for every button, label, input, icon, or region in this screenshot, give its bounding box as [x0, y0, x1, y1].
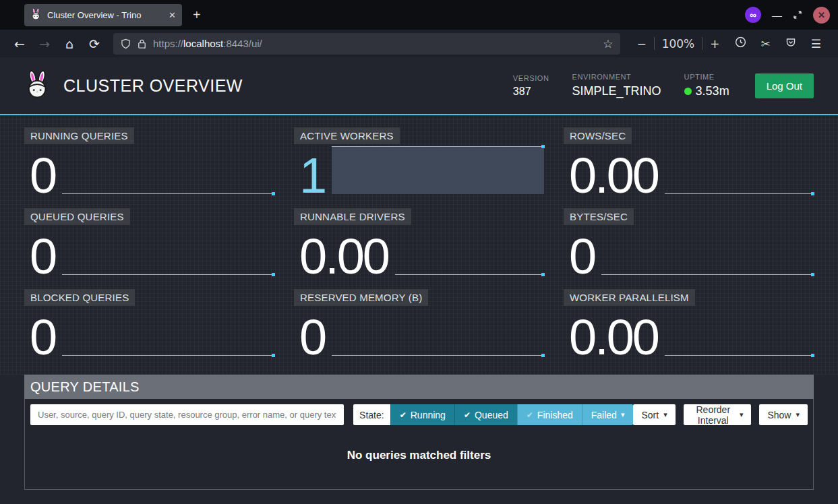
- tile-active-workers: ACTIVE WORKERS 1: [294, 127, 544, 202]
- reorder-interval-dropdown[interactable]: Reorder Interval ▾: [684, 404, 752, 425]
- tile-reserved-memory: RESERVED MEMORY (B) 0: [294, 289, 544, 364]
- tile-blocked-queries: BLOCKED QUERIES 0: [24, 289, 274, 364]
- state-filter-group: State: ✔ Running ✔ Queued ✔ Finished Fai…: [353, 404, 633, 425]
- tile-label: RESERVED MEMORY (B): [294, 289, 428, 306]
- version-value: 387: [513, 86, 549, 98]
- browser-tab[interactable]: Cluster Overview - Trino ✕: [24, 4, 182, 26]
- sparkline: [601, 274, 814, 275]
- logout-button[interactable]: Log Out: [755, 73, 814, 98]
- history-icon[interactable]: [727, 36, 754, 51]
- check-icon: ✔: [400, 410, 407, 420]
- back-button[interactable]: ←: [9, 36, 30, 51]
- bookmark-star-icon[interactable]: ☆: [603, 37, 613, 51]
- state-filter-finished[interactable]: ✔ Finished: [517, 404, 582, 425]
- uptime-value: 3.53m: [696, 84, 729, 98]
- tile-value: 0: [30, 311, 55, 364]
- home-button[interactable]: ⌂: [59, 36, 80, 51]
- tile-label: QUEUED QUERIES: [24, 208, 130, 225]
- caret-down-icon: ▾: [796, 410, 800, 419]
- tab-title: Cluster Overview - Trino: [47, 10, 163, 20]
- state-filter-label: State:: [353, 404, 390, 425]
- screenshot-icon[interactable]: ✂: [754, 37, 778, 51]
- reload-button[interactable]: ⟳: [84, 36, 104, 51]
- tile-runnable-drivers: RUNNABLE DRIVERS 0.00: [294, 208, 544, 283]
- zoom-out-button[interactable]: −: [629, 37, 653, 51]
- sparkline-filled: [332, 146, 544, 194]
- tile-value: 0: [30, 150, 55, 202]
- caret-down-icon: ▾: [663, 410, 667, 419]
- url-text: https://localhost:8443/ui/: [153, 38, 262, 49]
- version-stat: VERSION 387: [513, 74, 549, 98]
- query-filter-toolbar: State: ✔ Running ✔ Queued ✔ Finished Fai…: [25, 399, 813, 431]
- tile-label: RUNNABLE DRIVERS: [294, 208, 411, 225]
- sparkline: [395, 274, 544, 275]
- tile-label: WORKER PARALLELISM: [564, 289, 695, 306]
- show-dropdown[interactable]: Show ▾: [759, 404, 808, 425]
- state-filter-failed-dropdown[interactable]: Failed ▾: [582, 404, 634, 425]
- sparkline: [62, 274, 274, 275]
- tile-running-queries: RUNNING QUERIES 0: [24, 127, 274, 202]
- tile-value: 1: [299, 150, 325, 202]
- sort-dropdown[interactable]: Sort ▾: [633, 404, 675, 425]
- caret-down-icon: ▾: [621, 410, 625, 419]
- url-bar[interactable]: https://localhost:8443/ui/ ☆: [113, 33, 620, 55]
- tile-value: 0.00: [569, 150, 658, 202]
- trino-logo-icon: [24, 70, 51, 102]
- check-icon: ✔: [527, 410, 533, 420]
- query-search-input[interactable]: [30, 404, 344, 425]
- page-title: CLUSTER OVERVIEW: [63, 76, 243, 96]
- sparkline: [665, 193, 814, 194]
- browser-tab-bar: Cluster Overview - Trino ✕ + ∞ — ✕: [0, 0, 838, 30]
- tile-value: 0: [30, 230, 55, 283]
- forward-button[interactable]: →: [34, 36, 55, 51]
- window-minimize-button[interactable]: —: [772, 9, 782, 21]
- caret-down-icon: ▾: [740, 410, 744, 419]
- new-tab-button[interactable]: +: [193, 7, 201, 23]
- tile-value: 0: [569, 230, 595, 283]
- environment-stat: ENVIRONMENT SIMPLE_TRINO: [572, 73, 661, 98]
- tile-queued-queries: QUEUED QUERIES 0: [24, 208, 274, 283]
- menu-icon[interactable]: ☰: [804, 37, 829, 51]
- state-filter-running[interactable]: ✔ Running: [390, 404, 454, 425]
- tile-value: 0.00: [569, 311, 658, 364]
- uptime-label: UPTIME: [684, 73, 729, 81]
- sparkline: [665, 354, 814, 356]
- environment-label: ENVIRONMENT: [572, 73, 661, 81]
- tile-bytes-sec: BYTES/SEC 0: [564, 208, 814, 283]
- sparkline: [62, 193, 274, 194]
- tile-worker-parallelism: WORKER PARALLELISM 0.00: [564, 289, 814, 364]
- tile-rows-sec: ROWS/SEC 0.00: [564, 127, 814, 202]
- uptime-stat: UPTIME 3.53m: [684, 73, 729, 98]
- query-details-section: QUERY DETAILS State: ✔ Running ✔ Queued …: [24, 375, 814, 490]
- connection-security-icon[interactable]: [137, 38, 147, 49]
- trino-favicon-icon: [30, 8, 42, 22]
- check-icon: ✔: [464, 410, 471, 420]
- tile-label: ROWS/SEC: [564, 127, 632, 144]
- state-filter-queued[interactable]: ✔ Queued: [454, 404, 517, 425]
- window-restore-button[interactable]: [793, 10, 802, 20]
- tile-label: RUNNING QUERIES: [24, 127, 134, 144]
- tile-value: 0: [299, 311, 325, 364]
- tile-label: ACTIVE WORKERS: [294, 127, 400, 144]
- pocket-icon[interactable]: [778, 37, 804, 51]
- tile-value: 0.00: [299, 230, 388, 283]
- window-close-button[interactable]: ✕: [813, 7, 830, 24]
- tab-close-icon[interactable]: ✕: [169, 10, 176, 20]
- sparkline: [62, 354, 274, 356]
- empty-queries-message: No queries matched filters: [25, 431, 813, 489]
- tile-label: BLOCKED QUERIES: [24, 289, 135, 306]
- zoom-level[interactable]: 100%: [655, 37, 702, 51]
- tile-label: BYTES/SEC: [564, 208, 634, 225]
- version-label: VERSION: [513, 74, 549, 82]
- sparkline: [332, 354, 544, 356]
- uptime-status-dot: [684, 88, 692, 95]
- query-details-title: QUERY DETAILS: [24, 375, 814, 399]
- cluster-stats-grid: RUNNING QUERIES 0 ACTIVE WORKERS 1 ROWS/…: [0, 115, 838, 375]
- browser-navbar: ← → ⌂ ⟳ https://localhost:8443/ui/ ☆ − 1…: [0, 30, 838, 57]
- site-header: CLUSTER OVERVIEW VERSION 387 ENVIRONMENT…: [0, 57, 838, 115]
- private-browsing-icon: ∞: [745, 7, 761, 23]
- tracking-protection-icon[interactable]: [121, 38, 131, 49]
- environment-value: SIMPLE_TRINO: [572, 84, 661, 98]
- zoom-in-button[interactable]: +: [702, 37, 727, 51]
